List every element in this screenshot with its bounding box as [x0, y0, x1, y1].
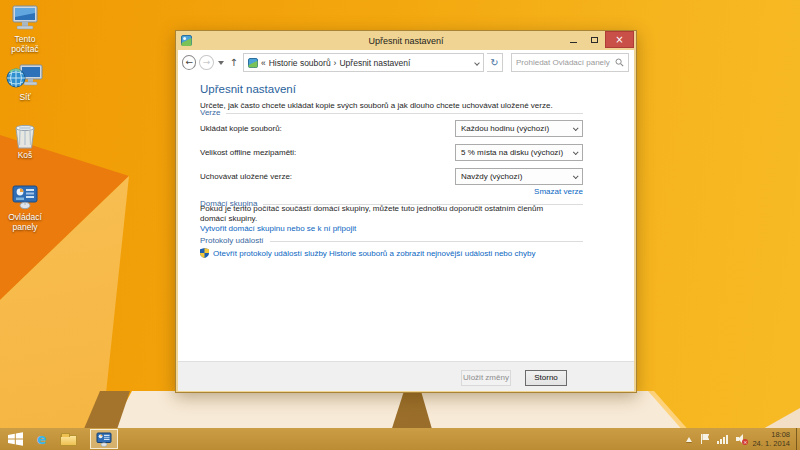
close-icon: × [615, 34, 623, 45]
breadcrumb-separator-icon: › [334, 58, 337, 68]
address-location-icon [248, 58, 258, 68]
close-button[interactable]: × [605, 31, 634, 48]
forward-button[interactable]: → [199, 55, 213, 70]
taskbar: e × [0, 428, 800, 450]
maximize-icon [591, 37, 598, 43]
show-desktop-button[interactable] [796, 428, 800, 450]
control-panel-window: Upřesnit nastavení × ← → ↑ « Histor [175, 30, 637, 393]
clean-up-versions-link[interactable]: Smazat verze [534, 187, 583, 196]
dialog-footer: Uložit změny Storno [178, 361, 634, 391]
search-icon [615, 58, 624, 67]
taskbar-file-explorer[interactable] [60, 428, 77, 450]
folder-icon [60, 435, 77, 446]
network-signal-icon[interactable] [717, 435, 728, 444]
navigation-bar: ← → ↑ « Historie souborů › Upřesnit nast… [178, 50, 634, 75]
control-panel-taskbar-icon [96, 432, 112, 447]
keep-versions-value: Navždy (výchozí) [461, 172, 522, 181]
breadcrumb-prefix: « [261, 58, 266, 68]
chevron-down-icon [573, 149, 579, 155]
setting-label-offline-cache: Velikost offline mezipaměti: [200, 144, 296, 161]
volume-muted-icon[interactable]: × [736, 434, 747, 444]
desktop-icon-label: Síť [0, 93, 50, 103]
desktop-icon-control-panel[interactable]: Ovládací panely [0, 184, 50, 232]
group-event-logs: Protokoly událostí [200, 236, 583, 245]
breadcrumb-file-history[interactable]: Historie souborů [269, 58, 331, 68]
taskbar-clock[interactable]: 18:08 24. 1. 2014 [752, 430, 790, 448]
maximize-button[interactable] [584, 31, 605, 48]
up-button[interactable]: ↑ [230, 57, 238, 68]
action-center-flag-icon[interactable] [700, 434, 709, 444]
minimize-button[interactable] [563, 31, 584, 48]
clock-date: 24. 1. 2014 [752, 439, 790, 448]
address-dropdown-chevron-icon[interactable] [474, 60, 480, 66]
computer-icon [0, 4, 50, 34]
start-button[interactable] [7, 428, 24, 450]
keep-versions-dropdown[interactable]: Navždy (výchozí) [455, 168, 583, 185]
desktop-icon-label: Tento počítač [0, 35, 50, 54]
desktop-icon-this-pc[interactable]: Tento počítač [0, 4, 50, 54]
chevron-down-icon [573, 125, 579, 131]
breadcrumb-advanced-settings[interactable]: Upřesnit nastavení [339, 58, 410, 68]
network-icon [0, 62, 50, 92]
group-versions: Verze [200, 108, 583, 117]
save-copies-dropdown[interactable]: Každou hodinu (výchozí) [455, 120, 583, 137]
show-hidden-icons-icon[interactable] [686, 437, 692, 442]
cancel-button[interactable]: Storno [525, 370, 567, 386]
save-changes-button[interactable]: Uložit změny [461, 370, 511, 386]
uac-shield-icon [200, 248, 209, 258]
search-box[interactable] [511, 53, 629, 72]
desktop-icon-label: Koš [0, 151, 50, 161]
group-divider [226, 113, 583, 114]
taskbar-control-panel-active[interactable] [90, 429, 118, 449]
control-panel-icon [0, 184, 50, 212]
desktop-icon-label: Ovládací panely [0, 213, 50, 232]
internet-explorer-icon: e [37, 431, 47, 447]
back-button[interactable]: ← [182, 55, 196, 70]
minimize-icon [570, 42, 577, 43]
refresh-button[interactable]: ↻ [487, 53, 503, 72]
page-title: Upřesnit nastavení [200, 83, 296, 95]
taskbar-internet-explorer[interactable]: e [37, 428, 47, 450]
desktop[interactable]: Tento počítač Síť Koš [0, 0, 800, 450]
system-tray: × [686, 434, 747, 444]
homegroup-description: Pokud je tento počítač součástí domácí s… [200, 204, 562, 223]
group-divider [270, 241, 583, 242]
desktop-icon-recycle-bin[interactable]: Koš [0, 122, 50, 161]
desktop-icon-network[interactable]: Síť [0, 62, 50, 103]
window-titlebar[interactable]: Upřesnit nastavení × [178, 31, 634, 50]
create-homegroup-link[interactable]: Vytvořit domácí skupinu nebo se k ní při… [200, 224, 356, 233]
group-versions-label: Verze [200, 108, 220, 117]
windows-logo-icon [7, 432, 24, 446]
clock-time: 18:08 [752, 430, 790, 439]
save-copies-value: Každou hodinu (výchozí) [461, 124, 549, 133]
recycle-bin-icon [0, 122, 50, 150]
setting-label-save-copies: Ukládat kopie souborů: [200, 120, 282, 137]
search-input[interactable] [516, 58, 615, 67]
offline-cache-value: 5 % místa na disku (výchozí) [461, 148, 563, 157]
setting-label-keep-versions: Uchovávat uložené verze: [200, 168, 292, 185]
open-event-logs-link[interactable]: Otevřít protokoly událostí služby Histor… [213, 249, 535, 258]
recent-pages-chevron-icon[interactable] [218, 61, 224, 65]
group-event-logs-label: Protokoly událostí [200, 236, 264, 245]
chevron-down-icon [573, 173, 579, 179]
window-content: Upřesnit nastavení Určete, jak často chc… [178, 75, 634, 391]
offline-cache-dropdown[interactable]: 5 % místa na disku (výchozí) [455, 144, 583, 161]
address-bar[interactable]: « Historie souborů › Upřesnit nastavení [243, 53, 484, 72]
